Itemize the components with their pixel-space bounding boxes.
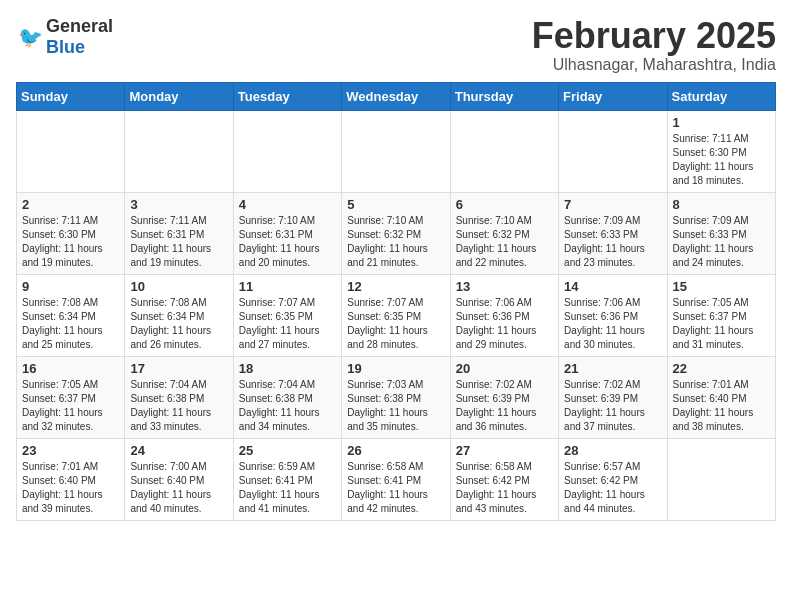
day-number: 5 — [347, 197, 444, 212]
calendar-cell — [233, 110, 341, 192]
day-info: Sunrise: 7:11 AM Sunset: 6:31 PM Dayligh… — [130, 214, 227, 270]
calendar-cell — [450, 110, 558, 192]
day-info: Sunrise: 7:09 AM Sunset: 6:33 PM Dayligh… — [564, 214, 661, 270]
day-info: Sunrise: 6:59 AM Sunset: 6:41 PM Dayligh… — [239, 460, 336, 516]
calendar-week-0: 1Sunrise: 7:11 AM Sunset: 6:30 PM Daylig… — [17, 110, 776, 192]
calendar-cell: 11Sunrise: 7:07 AM Sunset: 6:35 PM Dayli… — [233, 274, 341, 356]
day-info: Sunrise: 6:58 AM Sunset: 6:42 PM Dayligh… — [456, 460, 553, 516]
day-info: Sunrise: 7:07 AM Sunset: 6:35 PM Dayligh… — [347, 296, 444, 352]
day-number: 27 — [456, 443, 553, 458]
day-info: Sunrise: 7:05 AM Sunset: 6:37 PM Dayligh… — [22, 378, 119, 434]
calendar-cell: 2Sunrise: 7:11 AM Sunset: 6:30 PM Daylig… — [17, 192, 125, 274]
day-info: Sunrise: 7:08 AM Sunset: 6:34 PM Dayligh… — [130, 296, 227, 352]
day-info: Sunrise: 7:06 AM Sunset: 6:36 PM Dayligh… — [456, 296, 553, 352]
weekday-header-row: SundayMondayTuesdayWednesdayThursdayFrid… — [17, 82, 776, 110]
day-number: 24 — [130, 443, 227, 458]
day-info: Sunrise: 7:01 AM Sunset: 6:40 PM Dayligh… — [673, 378, 770, 434]
calendar-cell: 19Sunrise: 7:03 AM Sunset: 6:38 PM Dayli… — [342, 356, 450, 438]
day-info: Sunrise: 7:08 AM Sunset: 6:34 PM Dayligh… — [22, 296, 119, 352]
calendar-cell — [667, 438, 775, 520]
logo-text-blue: Blue — [46, 37, 85, 57]
day-number: 4 — [239, 197, 336, 212]
calendar-cell: 9Sunrise: 7:08 AM Sunset: 6:34 PM Daylig… — [17, 274, 125, 356]
day-number: 14 — [564, 279, 661, 294]
day-number: 3 — [130, 197, 227, 212]
calendar-week-4: 23Sunrise: 7:01 AM Sunset: 6:40 PM Dayli… — [17, 438, 776, 520]
calendar-cell: 27Sunrise: 6:58 AM Sunset: 6:42 PM Dayli… — [450, 438, 558, 520]
calendar-week-1: 2Sunrise: 7:11 AM Sunset: 6:30 PM Daylig… — [17, 192, 776, 274]
day-info: Sunrise: 7:10 AM Sunset: 6:31 PM Dayligh… — [239, 214, 336, 270]
day-number: 9 — [22, 279, 119, 294]
day-number: 1 — [673, 115, 770, 130]
day-info: Sunrise: 6:57 AM Sunset: 6:42 PM Dayligh… — [564, 460, 661, 516]
day-number: 26 — [347, 443, 444, 458]
calendar-cell — [342, 110, 450, 192]
calendar-cell: 20Sunrise: 7:02 AM Sunset: 6:39 PM Dayli… — [450, 356, 558, 438]
calendar-cell: 3Sunrise: 7:11 AM Sunset: 6:31 PM Daylig… — [125, 192, 233, 274]
calendar-cell: 26Sunrise: 6:58 AM Sunset: 6:41 PM Dayli… — [342, 438, 450, 520]
calendar-cell — [17, 110, 125, 192]
weekday-header-monday: Monday — [125, 82, 233, 110]
calendar-cell: 15Sunrise: 7:05 AM Sunset: 6:37 PM Dayli… — [667, 274, 775, 356]
day-number: 2 — [22, 197, 119, 212]
logo: 🐦 General Blue — [16, 16, 113, 58]
page-header: 🐦 General Blue February 2025 Ulhasnagar,… — [16, 16, 776, 74]
logo-text-general: General — [46, 16, 113, 36]
day-info: Sunrise: 7:04 AM Sunset: 6:38 PM Dayligh… — [239, 378, 336, 434]
day-info: Sunrise: 7:05 AM Sunset: 6:37 PM Dayligh… — [673, 296, 770, 352]
calendar-cell: 8Sunrise: 7:09 AM Sunset: 6:33 PM Daylig… — [667, 192, 775, 274]
calendar-cell: 6Sunrise: 7:10 AM Sunset: 6:32 PM Daylig… — [450, 192, 558, 274]
calendar-cell: 18Sunrise: 7:04 AM Sunset: 6:38 PM Dayli… — [233, 356, 341, 438]
calendar-cell: 22Sunrise: 7:01 AM Sunset: 6:40 PM Dayli… — [667, 356, 775, 438]
weekday-header-friday: Friday — [559, 82, 667, 110]
day-number: 21 — [564, 361, 661, 376]
weekday-header-saturday: Saturday — [667, 82, 775, 110]
calendar-cell: 23Sunrise: 7:01 AM Sunset: 6:40 PM Dayli… — [17, 438, 125, 520]
day-number: 20 — [456, 361, 553, 376]
calendar-week-2: 9Sunrise: 7:08 AM Sunset: 6:34 PM Daylig… — [17, 274, 776, 356]
day-number: 25 — [239, 443, 336, 458]
calendar-cell: 5Sunrise: 7:10 AM Sunset: 6:32 PM Daylig… — [342, 192, 450, 274]
day-info: Sunrise: 7:11 AM Sunset: 6:30 PM Dayligh… — [22, 214, 119, 270]
calendar-cell — [125, 110, 233, 192]
calendar-cell: 28Sunrise: 6:57 AM Sunset: 6:42 PM Dayli… — [559, 438, 667, 520]
day-number: 11 — [239, 279, 336, 294]
day-number: 6 — [456, 197, 553, 212]
weekday-header-thursday: Thursday — [450, 82, 558, 110]
calendar-cell: 24Sunrise: 7:00 AM Sunset: 6:40 PM Dayli… — [125, 438, 233, 520]
day-info: Sunrise: 7:04 AM Sunset: 6:38 PM Dayligh… — [130, 378, 227, 434]
day-number: 22 — [673, 361, 770, 376]
calendar-cell: 17Sunrise: 7:04 AM Sunset: 6:38 PM Dayli… — [125, 356, 233, 438]
day-number: 17 — [130, 361, 227, 376]
calendar-cell: 10Sunrise: 7:08 AM Sunset: 6:34 PM Dayli… — [125, 274, 233, 356]
calendar-cell: 1Sunrise: 7:11 AM Sunset: 6:30 PM Daylig… — [667, 110, 775, 192]
day-number: 18 — [239, 361, 336, 376]
day-number: 19 — [347, 361, 444, 376]
calendar-cell: 14Sunrise: 7:06 AM Sunset: 6:36 PM Dayli… — [559, 274, 667, 356]
day-info: Sunrise: 7:02 AM Sunset: 6:39 PM Dayligh… — [564, 378, 661, 434]
day-info: Sunrise: 7:02 AM Sunset: 6:39 PM Dayligh… — [456, 378, 553, 434]
weekday-header-sunday: Sunday — [17, 82, 125, 110]
day-info: Sunrise: 7:10 AM Sunset: 6:32 PM Dayligh… — [347, 214, 444, 270]
calendar-cell: 12Sunrise: 7:07 AM Sunset: 6:35 PM Dayli… — [342, 274, 450, 356]
day-number: 7 — [564, 197, 661, 212]
day-number: 12 — [347, 279, 444, 294]
day-info: Sunrise: 7:07 AM Sunset: 6:35 PM Dayligh… — [239, 296, 336, 352]
weekday-header-wednesday: Wednesday — [342, 82, 450, 110]
day-info: Sunrise: 7:00 AM Sunset: 6:40 PM Dayligh… — [130, 460, 227, 516]
day-info: Sunrise: 7:03 AM Sunset: 6:38 PM Dayligh… — [347, 378, 444, 434]
month-title: February 2025 — [532, 16, 776, 56]
calendar-week-3: 16Sunrise: 7:05 AM Sunset: 6:37 PM Dayli… — [17, 356, 776, 438]
day-number: 10 — [130, 279, 227, 294]
day-number: 8 — [673, 197, 770, 212]
logo-icon: 🐦 — [18, 26, 46, 48]
day-number: 13 — [456, 279, 553, 294]
calendar-cell: 4Sunrise: 7:10 AM Sunset: 6:31 PM Daylig… — [233, 192, 341, 274]
title-block: February 2025 Ulhasnagar, Maharashtra, I… — [532, 16, 776, 74]
day-info: Sunrise: 7:09 AM Sunset: 6:33 PM Dayligh… — [673, 214, 770, 270]
day-info: Sunrise: 7:10 AM Sunset: 6:32 PM Dayligh… — [456, 214, 553, 270]
day-number: 16 — [22, 361, 119, 376]
day-info: Sunrise: 6:58 AM Sunset: 6:41 PM Dayligh… — [347, 460, 444, 516]
calendar-cell: 25Sunrise: 6:59 AM Sunset: 6:41 PM Dayli… — [233, 438, 341, 520]
calendar-table: SundayMondayTuesdayWednesdayThursdayFrid… — [16, 82, 776, 521]
